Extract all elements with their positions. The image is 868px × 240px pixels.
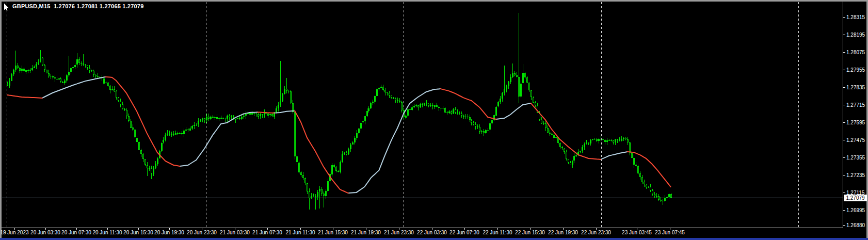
bear-candle-hollows	[7, 58, 671, 201]
x-axis-label: 22 Jun 11:30	[483, 230, 512, 235]
candles-layer	[7, 13, 672, 210]
candle-bodies	[7, 58, 672, 201]
mouse-pointer-icon	[4, 4, 9, 11]
x-axis-label: 22 Jun 07:30	[449, 230, 479, 235]
x-axis-label: 20 Jun 11:30	[92, 230, 122, 235]
ma-rising-segments	[42, 77, 628, 193]
moving-average-line	[7, 77, 671, 193]
x-axis-label: 20 Jun 15:30	[123, 230, 153, 235]
symbol-title: GBPUSD,M15 1.27076 1.27081 1.27065 1.270…	[12, 3, 143, 9]
axis-lines-and-ticks	[2, 2, 845, 230]
x-axis-label: 21 Jun 07:30	[252, 230, 282, 235]
y-axis-label: 1.28315	[846, 14, 865, 20]
x-axis-label: 23 Jun 03:45	[622, 230, 652, 235]
x-axis-label: 21 Jun 15:30	[318, 230, 348, 235]
y-axis-label: 1.27475	[846, 137, 865, 143]
y-axis-label: 1.27235	[846, 172, 865, 178]
ma-falling-segments	[7, 77, 671, 193]
x-axis-label: 20 Jun 07:30	[61, 230, 91, 235]
y-axis-label: 1.27835	[846, 85, 865, 90]
x-axis-label: 21 Jun 19:30	[351, 230, 381, 235]
y-axis-label: 1.28195	[846, 32, 865, 38]
y-axis-label: 1.27955	[846, 67, 865, 73]
y-axis-label: 1.26995	[846, 207, 865, 213]
x-axis-label: 19 Jun 2023	[0, 230, 28, 235]
x-axis-label: 21 Jun 23:30	[384, 230, 414, 235]
y-axis-label: 1.27595	[846, 120, 865, 125]
x-axis-label: 21 Jun 03:30	[220, 230, 250, 235]
x-axis-label: 22 Jun 23:30	[581, 230, 611, 235]
x-axis-label: 21 Jun 11:30	[285, 230, 315, 235]
y-axis-label: 1.28075	[846, 50, 865, 55]
x-axis-label: 20 Jun 23:30	[187, 230, 217, 235]
x-axis-label: 22 Jun 19:30	[548, 230, 578, 235]
y-axis-label: 1.27355	[846, 155, 865, 161]
x-axis-label: 20 Jun 19:30	[154, 230, 184, 235]
x-axis-label: 20 Jun 03:30	[30, 230, 60, 235]
x-axis-label: 22 Jun 03:30	[417, 230, 447, 235]
current-price-tag: 1.27079	[844, 195, 867, 201]
window-bottom-edge	[0, 238, 868, 240]
y-axis-label: 1.27715	[846, 102, 865, 108]
chart-canvas[interactable]	[0, 0, 868, 238]
candle-wicks	[8, 13, 671, 210]
x-axis-label: 23 Jun 07:45	[655, 230, 685, 235]
x-axis-label: 22 Jun 15:30	[515, 230, 545, 235]
chart-window: GBPUSD,M15 1.27076 1.27081 1.27065 1.270…	[0, 0, 868, 240]
y-axis-label: 1.26880	[846, 222, 865, 228]
